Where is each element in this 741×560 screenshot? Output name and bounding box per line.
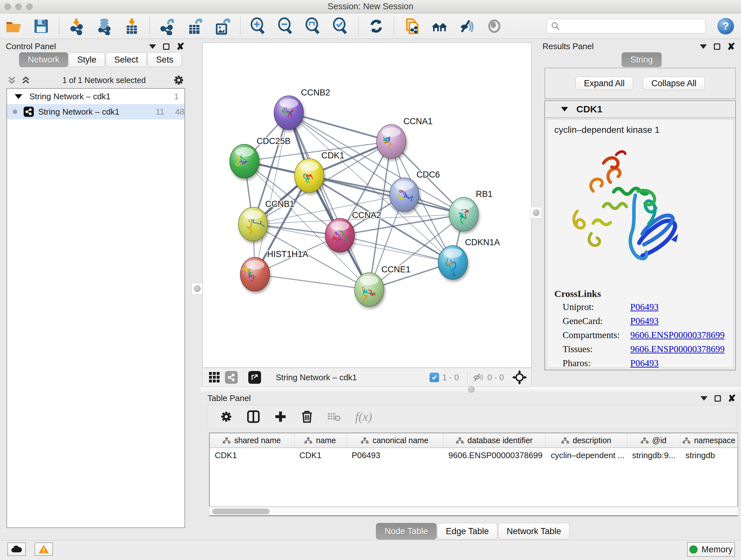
warning-status-button[interactable] bbox=[35, 543, 53, 556]
export-image-icon[interactable] bbox=[213, 17, 232, 36]
memory-button[interactable]: Memory bbox=[687, 542, 735, 557]
column-header-namespace[interactable]: namespace bbox=[680, 433, 738, 448]
table-horizontal-scrollbar[interactable] bbox=[210, 507, 738, 515]
save-session-icon[interactable] bbox=[32, 17, 51, 36]
toolbar-search-field[interactable] bbox=[546, 19, 706, 34]
zoom-in-icon[interactable] bbox=[249, 17, 267, 36]
network-options-gear-icon[interactable] bbox=[173, 74, 185, 86]
network-node-CDC25B[interactable]: CDC25B bbox=[230, 136, 291, 178]
results-panel-menu-icon[interactable] bbox=[700, 44, 707, 49]
collection-expander-icon[interactable] bbox=[15, 94, 22, 99]
right-splitter-handle[interactable] bbox=[530, 207, 542, 219]
table-cell[interactable]: cyclin–dependent ... bbox=[546, 448, 627, 462]
network-node-HIST1H1A[interactable]: HIST1H1A bbox=[240, 249, 308, 291]
network-canvas[interactable]: CCNB2CCNA1CDC25BCDK1CDC6RB1CCNB1CCNA2CDK… bbox=[202, 43, 532, 368]
network-view-mode-icon[interactable] bbox=[225, 371, 238, 384]
table-cell[interactable]: stringdb:9... bbox=[627, 448, 680, 462]
splitter-grip-icon[interactable] bbox=[468, 386, 475, 393]
grid-view-icon[interactable] bbox=[208, 371, 220, 383]
search-icon bbox=[550, 21, 560, 31]
left-splitter-handle[interactable] bbox=[192, 283, 203, 294]
help-icon[interactable]: ? bbox=[718, 18, 734, 35]
table-row[interactable]: CDK1CDK1P064939606.ENSP00000378699cyclin… bbox=[210, 448, 738, 462]
tab-style[interactable]: Style bbox=[69, 52, 105, 67]
export-network-icon[interactable] bbox=[158, 17, 177, 36]
cloud-status-button[interactable] bbox=[7, 543, 26, 556]
expand-all-button[interactable]: Expand All bbox=[576, 77, 633, 90]
horizontal-splitter[interactable] bbox=[200, 387, 741, 392]
entry-expander-icon[interactable] bbox=[561, 107, 568, 111]
tab-node-table[interactable]: Node Table bbox=[376, 523, 436, 540]
table-cell[interactable]: 9606.ENSP00000378699 bbox=[443, 448, 546, 462]
import-network-from-file-icon[interactable] bbox=[68, 17, 86, 36]
table-options-gear-icon[interactable] bbox=[220, 410, 232, 423]
tab-select[interactable]: Select bbox=[106, 52, 147, 67]
create-column-plus-icon[interactable] bbox=[274, 410, 287, 423]
crosslink-link[interactable]: P06493 bbox=[630, 302, 659, 312]
first-neighbors-icon[interactable] bbox=[430, 17, 449, 36]
control-panel-close-icon[interactable]: ✘ bbox=[177, 44, 185, 50]
network-node-CCNE1[interactable]: CCNE1 bbox=[354, 265, 411, 307]
table-cell[interactable]: CDK1 bbox=[210, 448, 294, 462]
control-panel-float-icon[interactable] bbox=[163, 44, 170, 50]
crosslink-link[interactable]: P06493 bbox=[630, 358, 659, 368]
column-header-sharedname[interactable]: shared name bbox=[210, 433, 294, 448]
results-entry-header[interactable]: CDK1 bbox=[545, 101, 735, 118]
table-panel-menu-icon[interactable] bbox=[700, 396, 708, 401]
collapse-all-button[interactable]: Collapse All bbox=[643, 77, 705, 90]
tab-sets[interactable]: Sets bbox=[147, 52, 182, 67]
show-columns-icon[interactable] bbox=[247, 410, 260, 423]
hide-selection-icon[interactable] bbox=[458, 17, 476, 36]
zoom-out-icon[interactable] bbox=[276, 17, 295, 36]
column-header-id[interactable]: @id bbox=[627, 433, 680, 448]
delete-column-trash-icon[interactable] bbox=[301, 410, 313, 423]
open-in-new-window-icon[interactable] bbox=[248, 371, 261, 384]
tab-edge-table[interactable]: Edge Table bbox=[437, 523, 497, 540]
collapse-all-icon[interactable] bbox=[7, 75, 17, 85]
refresh-icon[interactable] bbox=[367, 17, 386, 36]
network-node-CCNA2[interactable]: CCNA2 bbox=[325, 210, 381, 252]
network-row[interactable]: String Network – cdk1 11 48 bbox=[7, 104, 185, 119]
zoom-fit-icon[interactable] bbox=[304, 17, 322, 36]
hidden-eye-icon bbox=[473, 373, 484, 382]
table-panel-close-icon[interactable]: ✘ bbox=[728, 395, 736, 401]
table-cell[interactable]: P06493 bbox=[347, 448, 443, 462]
crosslink-link[interactable]: 9606.ENSP00000378699 bbox=[630, 344, 725, 354]
crosslink-link[interactable]: 9606.ENSP00000378699 bbox=[630, 330, 725, 340]
import-table-from-file-icon[interactable] bbox=[123, 17, 141, 36]
table-cell[interactable]: CDK1 bbox=[294, 448, 347, 462]
selected-count-checkbox[interactable] bbox=[429, 373, 439, 382]
fit-center-crosshair-icon[interactable] bbox=[512, 370, 527, 385]
column-header-canonicalname[interactable]: canonical name bbox=[347, 433, 443, 448]
new-network-from-selection-icon[interactable] bbox=[403, 17, 421, 36]
network-node-CCNA1[interactable]: CCNA1 bbox=[377, 117, 433, 159]
network-collection-row[interactable]: String Network – cdk1 1 bbox=[7, 89, 185, 104]
export-table-icon[interactable] bbox=[186, 17, 204, 36]
column-header-databaseidentifier[interactable]: database identifier bbox=[443, 433, 546, 448]
tab-string[interactable]: String bbox=[622, 52, 662, 67]
network-node-CDKN1A[interactable]: CDKN1A bbox=[438, 238, 500, 279]
network-graph[interactable]: CCNB2CCNA1CDC25BCDK1CDC6RB1CCNB1CCNA2CDK… bbox=[203, 43, 531, 368]
network-edge[interactable] bbox=[255, 274, 369, 290]
results-panel-float-icon[interactable] bbox=[714, 44, 720, 50]
column-header-description[interactable]: description bbox=[546, 433, 627, 448]
crosslink-link[interactable]: P06493 bbox=[630, 316, 659, 326]
column-header-name[interactable]: name bbox=[294, 433, 347, 448]
table-cell[interactable]: stringdb bbox=[680, 448, 738, 462]
scrollbar-thumb[interactable] bbox=[212, 509, 270, 514]
show-all-icon[interactable] bbox=[485, 17, 503, 36]
table-panel-float-icon[interactable] bbox=[715, 395, 721, 401]
network-edge[interactable] bbox=[289, 113, 369, 290]
network-node-CCNB1[interactable]: CCNB1 bbox=[239, 199, 294, 241]
network-node-CCNB2[interactable]: CCNB2 bbox=[274, 88, 330, 130]
results-panel-close-icon[interactable]: ✘ bbox=[727, 44, 735, 50]
import-network-from-database-icon[interactable] bbox=[95, 17, 114, 36]
tab-network[interactable]: Network bbox=[19, 52, 68, 67]
control-panel-menu-icon[interactable] bbox=[149, 44, 156, 49]
open-session-icon[interactable] bbox=[4, 17, 23, 36]
zoom-selected-icon[interactable] bbox=[331, 17, 350, 36]
search-input[interactable] bbox=[560, 21, 700, 31]
tab-network-table[interactable]: Network Table bbox=[498, 523, 570, 540]
expand-all-icon[interactable] bbox=[21, 75, 30, 85]
network-node-RB1[interactable]: RB1 bbox=[449, 189, 493, 231]
